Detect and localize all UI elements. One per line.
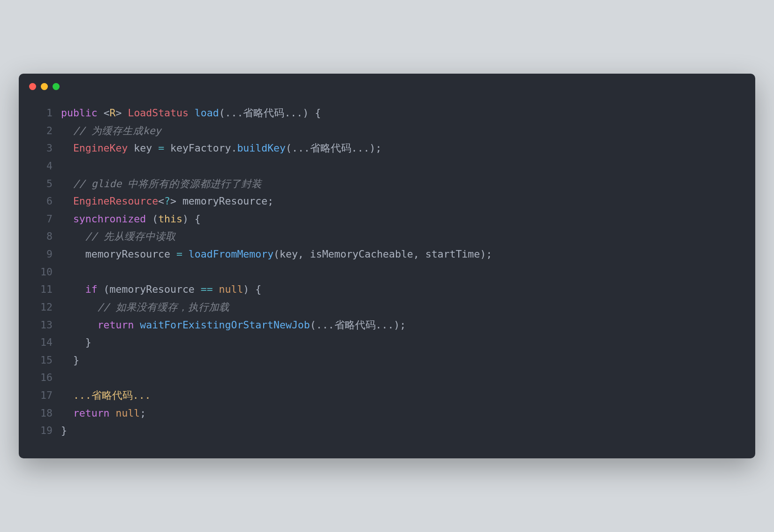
code-token: memoryResource; [176, 195, 273, 207]
code-token: < [158, 195, 164, 207]
code-token: = [158, 142, 164, 154]
code-line: 2 // 为缓存生成key [33, 122, 741, 140]
code-token: } [61, 354, 79, 366]
code-token: // glide 中将所有的资源都进行了封装 [73, 178, 262, 190]
code-line: 16 [33, 369, 741, 387]
code-content: } [61, 422, 741, 440]
line-number: 8 [33, 228, 53, 245]
code-content: ...省略代码... [61, 387, 741, 404]
code-content: // 如果没有缓存，执行加载 [61, 298, 741, 316]
code-token [61, 389, 73, 401]
code-token [61, 230, 85, 242]
code-token: synchronized [73, 213, 146, 225]
code-line: 10 [33, 263, 741, 281]
code-token: = [176, 248, 182, 260]
code-token: < [104, 107, 110, 119]
code-token: key [128, 142, 158, 154]
code-token [61, 319, 98, 331]
code-token [61, 283, 85, 295]
code-content: EngineResource<?> memoryResource; [61, 192, 741, 210]
code-line: 8 // 先从缓存中读取 [33, 228, 741, 245]
code-token [189, 107, 195, 119]
line-number: 13 [33, 316, 53, 334]
code-token [61, 213, 73, 225]
code-token: ); [480, 248, 492, 260]
code-token [61, 125, 73, 137]
code-line: 3 EngineKey key = keyFactory.buildKey(..… [33, 139, 741, 157]
code-content [61, 157, 741, 175]
code-token [61, 178, 73, 190]
code-content: // 先从缓存中读取 [61, 228, 741, 245]
code-content: synchronized (this) { [61, 210, 741, 228]
code-token: memoryResource [110, 283, 201, 295]
code-token: ; [140, 407, 146, 419]
code-token: key, isMemoryCacheable, startTime [280, 248, 480, 260]
code-token: // 如果没有缓存，执行加载 [98, 301, 229, 313]
code-line: 17 ...省略代码... [33, 387, 741, 404]
line-number: 18 [33, 404, 53, 422]
code-token: public [61, 107, 98, 119]
code-token: buildKey [237, 142, 286, 154]
code-line: 1public <R> LoadStatus load(...省略代码...) … [33, 104, 741, 122]
code-line: 11 if (memoryResource == null) { [33, 281, 741, 298]
maximize-icon[interactable] [53, 83, 60, 90]
code-token: loadFromMemory [189, 248, 273, 260]
code-token: ...省略代码... [292, 142, 370, 154]
code-token: ( [310, 319, 316, 331]
code-line: 19} [33, 422, 741, 440]
code-token: ( [273, 248, 280, 260]
code-content: if (memoryResource == null) { [61, 281, 741, 298]
code-token [134, 319, 140, 331]
code-token: ) { [182, 213, 201, 225]
code-token: return [73, 407, 110, 419]
code-content: return waitForExistingOrStartNewJob(...省… [61, 316, 741, 334]
code-token: ) { [243, 283, 261, 295]
code-token: ); [370, 142, 382, 154]
code-token: EngineResource [73, 195, 158, 207]
code-token: if [85, 283, 98, 295]
code-line: 7 synchronized (this) { [33, 210, 741, 228]
minimize-icon[interactable] [41, 83, 48, 90]
code-area: 1public <R> LoadStatus load(...省略代码...) … [19, 95, 755, 458]
line-number: 4 [33, 157, 53, 175]
code-token [110, 407, 116, 419]
code-token [98, 107, 104, 119]
code-token: == [201, 283, 213, 295]
code-token: ); [394, 319, 406, 331]
code-token: return [98, 319, 134, 331]
line-number: 16 [33, 369, 53, 387]
code-content: return null; [61, 404, 741, 422]
line-number: 11 [33, 281, 53, 298]
code-content: // glide 中将所有的资源都进行了封装 [61, 175, 741, 193]
code-token: ( [98, 283, 110, 295]
code-line: 5 // glide 中将所有的资源都进行了封装 [33, 175, 741, 193]
code-token: } [61, 425, 67, 436]
line-number: 14 [33, 334, 53, 351]
code-token [61, 301, 98, 313]
code-token: ( [286, 142, 292, 154]
line-number: 6 [33, 192, 53, 210]
code-token: waitForExistingOrStartNewJob [140, 319, 310, 331]
line-number: 10 [33, 263, 53, 281]
line-number: 12 [33, 298, 53, 316]
code-content: memoryResource = loadFromMemory(key, isM… [61, 245, 741, 263]
code-token: load [195, 107, 219, 119]
code-token: memoryResource [61, 248, 176, 260]
code-content [61, 263, 741, 281]
line-number: 1 [33, 104, 53, 122]
code-content: } [61, 334, 741, 351]
line-number: 17 [33, 387, 53, 404]
code-token: ...省略代码... [225, 107, 303, 119]
code-content: EngineKey key = keyFactory.buildKey(...省… [61, 139, 741, 157]
code-token: ( [219, 107, 225, 119]
line-number: 5 [33, 175, 53, 193]
code-token: } [61, 336, 91, 348]
code-content: // 为缓存生成key [61, 122, 741, 140]
code-token: null [116, 407, 140, 419]
line-number: 9 [33, 245, 53, 263]
code-token: LoadStatus [128, 107, 188, 119]
code-content [61, 369, 741, 387]
code-line: 15 } [33, 351, 741, 369]
close-icon[interactable] [29, 83, 36, 90]
code-token: ) [303, 107, 309, 119]
